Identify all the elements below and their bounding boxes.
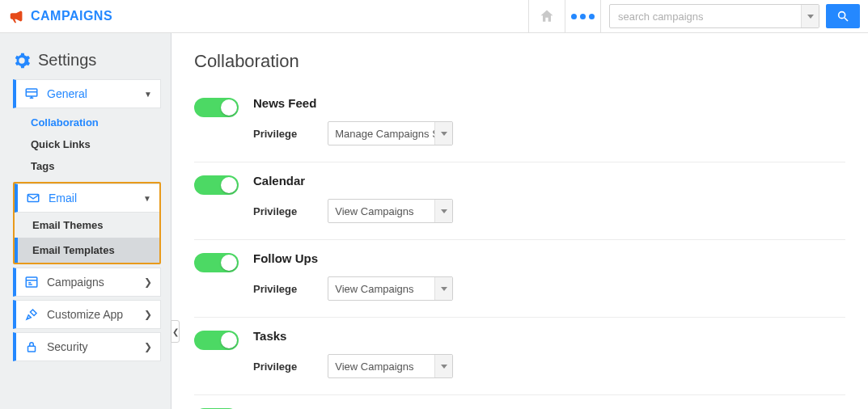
select-toggle[interactable] (434, 277, 452, 300)
more-apps-icon (571, 14, 595, 19)
svg-line-1 (845, 18, 848, 21)
toggle-switch[interactable] (194, 98, 239, 117)
sidebar-item-label: Campaigns (47, 276, 144, 289)
sidebar-item-quick-links[interactable]: Quick Links (19, 133, 161, 155)
sidebar-item-campaigns[interactable]: Campaigns (13, 268, 161, 297)
sidebar-item-label: Email (49, 192, 143, 204)
sidebar-item-label: General (47, 87, 144, 100)
toggle-switch[interactable] (194, 253, 239, 272)
settings-header: Settings (13, 51, 161, 70)
sidebar-item-customize-app[interactable]: Customize App (13, 300, 161, 329)
collab-section: Call Logs Privilege View Campaigns (194, 395, 845, 409)
search-icon (836, 10, 849, 23)
collab-section: Tasks Privilege View Campaigns (194, 318, 845, 395)
home-button[interactable] (528, 0, 565, 32)
privilege-label: Privilege (253, 205, 297, 217)
privilege-select[interactable]: View Campaigns (328, 354, 453, 378)
email-nav-highlight: Email Email Themes Email Templates (13, 182, 161, 264)
top-bar: CAMPAIGNS (0, 0, 868, 33)
collab-section: Follow Ups Privilege View Campaigns (194, 240, 845, 318)
sidebar-item-email-templates[interactable]: Email Templates (15, 238, 159, 263)
sidebar: ❮ Settings General Collaboration Quick L… (0, 33, 171, 409)
page-title: Collaboration (194, 51, 845, 72)
privilege-value: View Campaigns (328, 283, 434, 295)
chevron-down-icon (144, 88, 152, 99)
sidebar-item-security[interactable]: Security (13, 332, 161, 361)
section-title: Calendar (253, 174, 845, 188)
main-content: Collaboration News Feed Privilege Manage… (171, 33, 868, 409)
gear-icon (13, 52, 31, 70)
search-scope-dropdown[interactable] (801, 5, 819, 27)
app-brand: CAMPAIGNS (0, 7, 112, 25)
svg-rect-11 (28, 346, 36, 352)
select-toggle[interactable] (434, 122, 452, 145)
section-title: Tasks (253, 329, 845, 343)
privilege-value: View Campaigns (328, 205, 434, 217)
chevron-down-icon (807, 15, 814, 19)
email-subnav: Email Themes Email Templates (15, 213, 159, 263)
privilege-select[interactable]: View Campaigns (328, 276, 453, 301)
privilege-label: Privilege (253, 283, 297, 295)
chevron-right-icon (144, 276, 152, 288)
privilege-select[interactable]: View Campaigns (328, 199, 453, 223)
sidebar-item-collaboration[interactable]: Collaboration (19, 112, 161, 133)
privilege-label: Privilege (253, 128, 297, 140)
sidebar-item-tags[interactable]: Tags (19, 155, 161, 177)
sidebar-item-general[interactable]: General (13, 79, 161, 108)
chevron-down-icon (441, 209, 447, 213)
privilege-select[interactable]: Manage Campaigns Se (328, 121, 453, 145)
sidebar-item-label: Customize App (47, 308, 144, 321)
toggle-switch[interactable] (194, 175, 239, 195)
section-title: Follow Ups (253, 251, 845, 265)
search-input[interactable] (609, 4, 819, 28)
select-toggle[interactable] (434, 355, 452, 377)
settings-title: Settings (38, 51, 96, 70)
general-subnav: Collaboration Quick Links Tags (13, 112, 161, 182)
megaphone-icon (8, 7, 26, 25)
toggle-switch[interactable] (194, 331, 239, 350)
app-title: CAMPAIGNS (31, 9, 112, 23)
collab-section: Calendar Privilege View Campaigns (194, 162, 845, 240)
collab-section: News Feed Privilege Manage Campaigns Se (194, 85, 845, 162)
chevron-down-icon (441, 132, 447, 136)
privilege-value: View Campaigns (328, 361, 434, 373)
home-icon (539, 8, 555, 24)
chevron-down-icon (441, 287, 447, 291)
chevron-down-icon (441, 365, 447, 369)
chevron-down-icon (143, 192, 151, 204)
sidebar-item-label: Security (47, 340, 144, 353)
search-box (609, 4, 819, 28)
privilege-value: Manage Campaigns Se (328, 128, 434, 140)
lock-icon (24, 339, 39, 354)
general-icon (24, 86, 39, 101)
sidebar-collapse-handle[interactable]: ❮ (171, 320, 180, 343)
select-toggle[interactable] (434, 200, 452, 222)
more-apps-button[interactable] (565, 0, 601, 32)
section-title: News Feed (253, 96, 845, 110)
privilege-label: Privilege (253, 361, 297, 373)
sidebar-item-email[interactable]: Email (15, 183, 159, 213)
customize-icon (24, 307, 39, 322)
chevron-right-icon (144, 309, 152, 320)
sidebar-item-email-themes[interactable]: Email Themes (15, 213, 159, 238)
search-button[interactable] (826, 4, 860, 28)
chevron-right-icon (144, 341, 152, 352)
email-icon (26, 191, 40, 205)
svg-rect-7 (26, 277, 37, 287)
campaigns-icon (24, 275, 39, 289)
svg-point-0 (839, 12, 845, 19)
